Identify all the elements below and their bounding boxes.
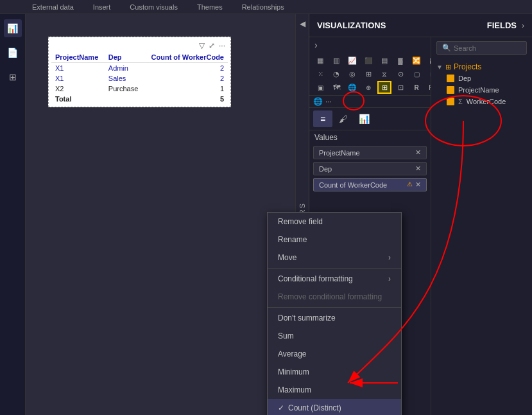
sidebar-icon-chart[interactable]: 📊 xyxy=(4,19,22,37)
pill-x-icon[interactable]: ✕ xyxy=(415,181,421,189)
group-collapse-icon: ▼ xyxy=(436,64,443,71)
left-sidebar: 📊 📄 ⊞ xyxy=(0,14,26,415)
viz-analytics-icon[interactable]: 📊 xyxy=(354,110,373,127)
menu-item-count-distinct[interactable]: ✓ Count (Distinct) xyxy=(268,399,401,415)
pill-x-icon[interactable]: ✕ xyxy=(415,148,421,157)
filter-icon[interactable]: ▽ xyxy=(199,41,205,50)
field-name-projectname: ProjectName xyxy=(458,86,499,94)
field-checkbox-projectname xyxy=(447,86,454,94)
viz-header: VISUALIZATIONS FIELDS › xyxy=(309,14,532,37)
field-group-projects: ▼ ⊞ Projects Dep xyxy=(436,61,527,107)
viz-icon-filled-map[interactable]: 🌐 xyxy=(345,81,359,94)
viz-globe-icon[interactable]: 🌐 xyxy=(313,97,323,106)
sidebar-icon-page[interactable]: 📄 xyxy=(4,44,22,62)
table-total-row: Total 5 xyxy=(51,94,228,104)
pill-warning-icon: ⚠ xyxy=(407,181,413,189)
viz-icon-python[interactable]: Py xyxy=(425,81,431,94)
viz-icon-map[interactable]: 🗺 xyxy=(329,81,343,94)
table-row: X1 Admin 2 xyxy=(51,63,228,74)
filters-arrow[interactable]: ◀ xyxy=(300,19,305,28)
viz-icon-stack[interactable]: ▤ xyxy=(377,54,391,67)
viz-icon-slicer[interactable]: ▣ xyxy=(313,81,327,94)
viz-icon-col[interactable]: ▥ xyxy=(329,54,343,67)
viz-icon-100[interactable]: ▓ xyxy=(393,54,408,67)
viz-icon-gauge[interactable]: ⊙ xyxy=(393,67,408,80)
viz-icon-funnel[interactable]: ⧖ xyxy=(377,67,391,80)
top-bar: External data Insert Custom visuals Them… xyxy=(0,0,532,14)
search-input[interactable] xyxy=(454,44,521,52)
menu-item-sum[interactable]: Sum xyxy=(268,327,401,345)
topbar-item-rel[interactable]: Relationships xyxy=(242,3,284,11)
menu-item-dont-summarize[interactable]: Don't summarize xyxy=(268,309,401,327)
viz-icon-bar[interactable]: ▦ xyxy=(313,54,327,67)
fields-expand-icon[interactable]: › xyxy=(522,21,524,30)
menu-item-maximum[interactable]: Maximum xyxy=(268,381,401,399)
topbar-item-themes[interactable]: Themes xyxy=(197,3,223,11)
viz-expand-icon[interactable]: › xyxy=(314,40,318,50)
field-group-header[interactable]: ▼ ⊞ Projects xyxy=(436,61,527,73)
menu-item-average[interactable]: Average xyxy=(268,345,401,363)
topbar-item-insert[interactable]: Insert xyxy=(93,3,111,11)
canvas-area: ▽ ⤢ ··· ProjectName Dep Count of WorkerC… xyxy=(26,14,295,415)
viz-icon-waterfall[interactable]: ⬓ xyxy=(425,54,431,67)
group-name: Projects xyxy=(454,62,481,71)
viz-icon-ribbon[interactable]: 🔀 xyxy=(409,54,424,67)
sidebar-icon-grid[interactable]: ⊞ xyxy=(4,68,22,86)
fields-panel: 🔍 ▼ ⊞ Projects xyxy=(431,37,532,415)
topbar-item-custom[interactable]: Custom visuals xyxy=(130,3,178,11)
menu-item-move[interactable]: Move › xyxy=(268,249,401,267)
field-item-projectname[interactable]: ProjectName xyxy=(436,84,527,96)
menu-item-minimum[interactable]: Minimum xyxy=(268,363,401,381)
viz-icon-treemap[interactable]: ⊞ xyxy=(361,67,375,80)
group-table-icon: ⊞ xyxy=(445,63,451,71)
values-label: Values xyxy=(309,130,431,145)
context-menu: Remove field Rename Move › Conditional f… xyxy=(267,212,402,415)
field-pill-workercode[interactable]: Count of WorkerCode ⚠ ✕ xyxy=(313,178,427,191)
menu-item-remove-cf: Remove conditional formatting xyxy=(268,288,401,306)
viz-icon-scatter[interactable]: ⁙ xyxy=(313,67,327,80)
col-projectname: ProjectName xyxy=(51,52,105,63)
field-checkbox-dep xyxy=(447,75,454,82)
menu-item-remove-field[interactable]: Remove field xyxy=(268,213,401,231)
search-icon: 🔍 xyxy=(442,44,451,52)
viz-build-icon[interactable]: ≡ xyxy=(313,110,332,127)
viz-icon-table-active[interactable]: ⊞ xyxy=(377,81,391,94)
viz-icon-donut[interactable]: ◎ xyxy=(345,67,359,80)
checkmark-icon: ✓ xyxy=(278,403,284,412)
viz-title: VISUALIZATIONS xyxy=(317,21,386,30)
field-pill-dep[interactable]: Dep ✕ xyxy=(313,162,427,175)
menu-item-conditional-format[interactable]: Conditional formatting › xyxy=(268,270,401,288)
viz-icon-area[interactable]: ⬛ xyxy=(361,54,375,67)
col-dep: Dep xyxy=(105,52,144,63)
viz-icons-grid: ▦ ▥ 📈 ⬛ ▤ ▓ 🔀 ⬓ ⁙ ◔ ◎ ⊞ ⧖ ⊙ xyxy=(309,53,431,95)
viz-icon-matrix[interactable]: ⊡ xyxy=(393,81,408,94)
viz-icon-kpi[interactable]: ⊟ xyxy=(425,67,431,80)
focus-icon[interactable]: ⤢ xyxy=(209,41,215,50)
field-pill-projectname[interactable]: ProjectName ✕ xyxy=(313,146,427,159)
viz-format-icon[interactable]: 🖌 xyxy=(334,110,353,127)
table-visual[interactable]: ▽ ⤢ ··· ProjectName Dep Count of WorkerC… xyxy=(48,37,231,107)
field-name-dep: Dep xyxy=(458,75,471,82)
menu-item-rename[interactable]: Rename xyxy=(268,231,401,249)
submenu-arrow-cf: › xyxy=(388,274,391,283)
col-count: Count of WorkerCode xyxy=(144,52,228,63)
pill-x-icon[interactable]: ✕ xyxy=(415,164,421,173)
table-row: X1 Sales 2 xyxy=(51,73,228,84)
viz-more-dots[interactable]: ··· xyxy=(325,97,332,106)
search-box[interactable]: 🔍 xyxy=(436,41,527,55)
viz-icon-line[interactable]: 📈 xyxy=(345,54,359,67)
fields-title: FIELDS xyxy=(487,21,517,30)
viz-icon-r[interactable]: R xyxy=(409,81,424,94)
field-item-workercode[interactable]: Σ WorkerCode xyxy=(436,96,527,107)
field-sigma-icon: Σ xyxy=(458,98,463,105)
viz-icon-azuremap[interactable]: ⊕ xyxy=(361,81,375,94)
viz-icon-card[interactable]: ▢ xyxy=(409,67,424,80)
viz-icon-pie[interactable]: ◔ xyxy=(329,67,343,80)
field-item-dep[interactable]: Dep xyxy=(436,73,527,84)
field-checkbox-workercode xyxy=(447,98,454,105)
field-name-workercode: WorkerCode xyxy=(467,98,506,105)
fields-tree: ▼ ⊞ Projects Dep xyxy=(431,58,532,110)
submenu-arrow-move: › xyxy=(388,253,391,262)
more-icon[interactable]: ··· xyxy=(219,41,225,50)
topbar-item-external[interactable]: External data xyxy=(32,3,74,11)
